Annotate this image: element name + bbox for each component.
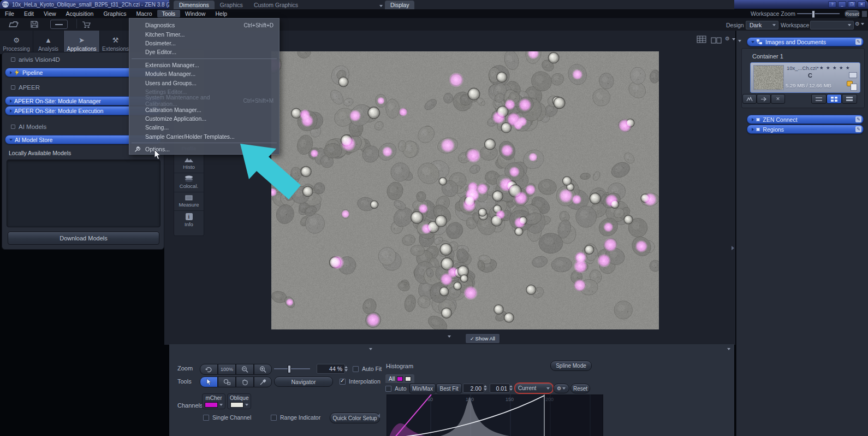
current-select[interactable]: Current: [514, 382, 554, 394]
view-tab-info[interactable]: i Info: [174, 210, 204, 230]
save-icon[interactable]: [31, 21, 38, 28]
collapse-display-handle[interactable]: [377, 414, 380, 418]
menu-acquisition[interactable]: Acquisition: [61, 10, 99, 17]
display-reset-button[interactable]: Reset: [570, 384, 590, 393]
zoom-out-button[interactable]: [236, 364, 254, 375]
section-apeer[interactable]: APEER: [11, 84, 40, 91]
tab-applications[interactable]: ➤Applications: [64, 31, 100, 54]
local-models-list[interactable]: [7, 160, 160, 227]
menu-item-users-groups[interactable]: Users and Groups...: [129, 78, 279, 87]
workspace-zoom-reset-button[interactable]: Reset: [844, 10, 860, 18]
min-max-button[interactable]: Min/Max: [409, 384, 436, 393]
open-file-icon[interactable]: [9, 21, 19, 28]
histogram-view-button[interactable]: [742, 94, 757, 104]
menu-view[interactable]: View: [39, 10, 61, 17]
pointer-tool-button[interactable]: [200, 376, 218, 387]
menu-tools[interactable]: Tools: [157, 10, 181, 17]
export-button[interactable]: [757, 94, 771, 104]
tab-dimensions[interactable]: Dimensions: [174, 1, 215, 9]
edit-icon[interactable]: [855, 39, 861, 45]
histogram-plot[interactable]: 50 100 150 200: [387, 394, 603, 436]
view-tab-histo[interactable]: Histo: [174, 154, 204, 173]
download-models-button[interactable]: Download Models: [8, 232, 159, 245]
menu-edit[interactable]: Edit: [19, 10, 39, 17]
black-input[interactable]: 0.01: [490, 384, 510, 393]
view-tab-colocal[interactable]: Colocal.: [174, 173, 204, 192]
show-all-button[interactable]: Show All: [465, 333, 500, 344]
chevron-down-icon[interactable]: [379, 5, 383, 7]
auto-control[interactable]: Auto: [385, 385, 407, 392]
menu-window[interactable]: Window: [180, 10, 210, 17]
split-view-button[interactable]: [711, 36, 722, 43]
design-select[interactable]: Dark: [746, 21, 778, 30]
new-image-button[interactable]: [50, 20, 68, 29]
display-settings-button[interactable]: ⚙: [553, 384, 569, 393]
menu-item-diagnostics[interactable]: DiagnosticsCtrl+Shift+D: [129, 21, 279, 30]
tab-display[interactable]: Display: [385, 1, 414, 9]
single-channel-checkbox[interactable]: [203, 415, 209, 421]
detail-view-button[interactable]: [842, 94, 857, 104]
menu-item-scaling[interactable]: Scaling...: [129, 123, 279, 132]
zoom-fit-button[interactable]: [200, 364, 218, 375]
file-thumbnail[interactable]: [753, 65, 784, 90]
chevron-down-icon[interactable]: [732, 38, 735, 40]
range-indicator-control[interactable]: Range Indicator: [271, 414, 320, 421]
menu-item-dosimeter[interactable]: Dosimeter...: [129, 39, 279, 48]
viewer-settings-gear-icon[interactable]: ⚙: [725, 36, 730, 42]
workspace-doc-icon[interactable]: [861, 10, 867, 17]
chevron-down-icon[interactable]: [727, 348, 730, 350]
histogram-all-tab[interactable]: All: [385, 374, 414, 383]
gamma-input[interactable]: 2.00: [463, 384, 484, 393]
zoom-100-button[interactable]: 100%: [218, 364, 236, 375]
picker-tool-button[interactable]: [254, 376, 272, 387]
workspace-zoom-slider-handle[interactable]: [812, 10, 815, 18]
collapse-right-panel-handle[interactable]: [732, 246, 734, 250]
zoom-value-input[interactable]: 44 %: [317, 364, 345, 374]
channel-mcher-chip[interactable]: mCher: [202, 393, 225, 409]
menu-item-modules-manager[interactable]: Modules Manager...: [129, 69, 279, 78]
workspace-select[interactable]: [810, 21, 854, 30]
section-ai-models[interactable]: AI Models: [11, 123, 46, 130]
menu-help[interactable]: Help: [210, 10, 232, 17]
menu-item-extension-manager[interactable]: Extension Manager...: [129, 61, 279, 69]
tab-analysis[interactable]: ▲Analysis: [33, 31, 64, 54]
close-button[interactable]: ✕: [858, 1, 866, 8]
tab-custom-graphics[interactable]: Custom Graphics: [248, 1, 304, 9]
menu-graphics[interactable]: Graphics: [98, 10, 131, 17]
interpolation-checkbox[interactable]: [340, 379, 346, 385]
zoom-region-tool-button[interactable]: [218, 376, 236, 387]
section-arivis[interactable]: arivis Vision4D: [11, 56, 60, 63]
zoom-slider-handle[interactable]: [288, 365, 291, 373]
zoom-slider[interactable]: [274, 368, 310, 369]
chevron-down-icon[interactable]: [369, 348, 372, 350]
single-channel-control[interactable]: Single Channel: [203, 414, 251, 421]
delete-button[interactable]: ✕: [771, 94, 785, 104]
layout-grid-button[interactable]: [695, 35, 708, 44]
magenta-channel-swatch[interactable]: [397, 376, 403, 381]
interpolation-control[interactable]: Interpolation: [340, 378, 381, 385]
cart-icon[interactable]: [82, 21, 91, 28]
auto-fit-control[interactable]: Auto Fit: [353, 366, 382, 372]
rating-stars[interactable]: ★ ★ ★ ★ ★: [819, 65, 851, 70]
pan-tool-button[interactable]: [236, 376, 254, 387]
maximize-button[interactable]: ❐: [848, 1, 856, 8]
tab-processing[interactable]: ⚙Processing: [0, 31, 33, 54]
preview-icon[interactable]: [849, 72, 857, 78]
menu-item-dye-editor[interactable]: Dye Editor...: [129, 48, 279, 56]
menu-item-customize-application[interactable]: Customize Application...: [129, 114, 279, 123]
white-channel-swatch[interactable]: [405, 376, 411, 381]
best-fit-button[interactable]: Best Fit: [436, 384, 462, 393]
workspace-settings-button[interactable]: ⚙: [855, 21, 864, 27]
menu-macro[interactable]: Macro: [131, 10, 157, 17]
view-tab-measure[interactable]: Measure: [174, 192, 204, 210]
range-indicator-checkbox[interactable]: [271, 415, 277, 421]
minimize-button[interactable]: _: [838, 1, 846, 8]
menu-item-kitchen-timer[interactable]: Kitchen Timer...: [129, 30, 279, 38]
workspace-zoom-slider[interactable]: [797, 13, 840, 14]
black-spinner[interactable]: [509, 384, 513, 392]
auto-fit-checkbox[interactable]: [353, 366, 359, 372]
regions-bar[interactable]: ▣Regions: [747, 125, 864, 134]
zen-connect-bar[interactable]: ▣ZEN Connect: [747, 115, 864, 124]
zoom-in-button[interactable]: [254, 364, 272, 375]
zoom-spinner[interactable]: [344, 364, 348, 374]
